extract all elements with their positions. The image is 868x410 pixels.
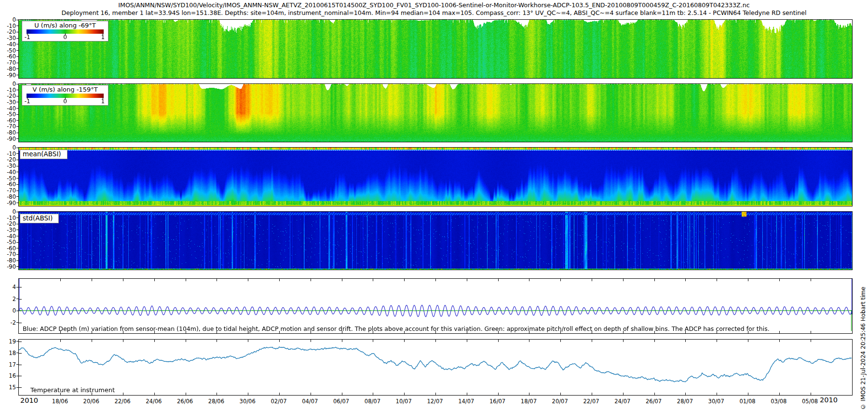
y-tick-mark — [16, 230, 18, 230]
panel-mean-absi: mean(ABSI) 0-10-20-30-40-50-60-70-80-90 — [18, 147, 853, 206]
y-tick-label: -70 — [0, 123, 16, 129]
x-tick-label: 02/07 — [271, 398, 286, 405]
y-tick-label: -20 — [0, 157, 16, 163]
y-tick-mark — [16, 311, 18, 311]
y-tick-label: -70 — [0, 251, 16, 257]
y-tick-mark — [16, 32, 18, 32]
y-tick-mark — [16, 299, 18, 299]
y-tick-mark — [16, 38, 18, 39]
panel-v-velocity: V (m/s) along -159°T -101 0-10-20-30-40-… — [18, 83, 853, 142]
y-tick-label: 0 — [0, 145, 16, 150]
colorbar-tick-mark — [27, 33, 27, 35]
y-tick-mark — [16, 224, 18, 224]
x-tick-label: 06/07 — [333, 398, 349, 405]
y-tick-mark — [16, 242, 18, 243]
x-tick-label: 28/06 — [208, 398, 224, 405]
colorbar-tick-label: 1 — [101, 98, 105, 105]
y-tick-mark — [16, 120, 18, 121]
y-tick-mark — [16, 203, 18, 203]
y-tick-label: -60 — [0, 181, 16, 187]
x-tick-label: 20/07 — [552, 398, 568, 405]
y-tick-mark — [16, 196, 18, 197]
y-tick-mark — [16, 96, 18, 96]
y-tick-mark — [16, 322, 18, 323]
y-tick-label: -40 — [0, 169, 16, 175]
y-tick-mark — [16, 68, 18, 69]
y-tick-label: 0 — [0, 81, 16, 87]
y-tick-label: 4 — [0, 284, 16, 290]
colorbar-tick-mark — [103, 97, 103, 99]
y-tick-mark — [16, 75, 18, 75]
v-colorbar-legend: V (m/s) along -159°T -101 — [22, 85, 108, 106]
y-tick-label: 0 — [0, 17, 16, 23]
y-tick-label: -10 — [0, 23, 16, 29]
y-tick-mark — [16, 56, 18, 57]
y-tick-mark — [16, 90, 18, 90]
x-tick-label: 10/07 — [396, 398, 412, 405]
y-tick-mark — [16, 376, 18, 376]
u-velocity-heatmap-canvas — [19, 20, 852, 78]
y-tick-label: -80 — [0, 130, 16, 136]
y-tick-mark — [16, 160, 18, 160]
colorbar-tick-mark — [65, 33, 66, 35]
y-tick-mark — [16, 260, 18, 261]
colorbar-tick-label: 0 — [63, 34, 67, 41]
std-absi-heatmap-canvas — [19, 212, 852, 270]
y-tick-label: -60 — [0, 54, 16, 59]
colorbar-tick-label: -1 — [25, 98, 30, 105]
y-tick-label: 17 — [0, 362, 16, 368]
y-tick-mark — [16, 166, 18, 166]
y-tick-label: 18 — [0, 350, 16, 356]
y-tick-label: 19 — [0, 339, 16, 344]
x-axis-date-labels: 18/0620/0622/0624/0626/0628/0630/0602/07… — [18, 397, 853, 406]
y-tick-label: -10 — [0, 87, 16, 93]
v-colorbar-ticks: -101 — [22, 98, 108, 105]
figure-title-line1: IMOS/ANMN/NSW/SYD100/Velocity/IMOS_ANMN-… — [0, 1, 868, 9]
mean-absi-heatmap-canvas — [19, 148, 852, 206]
y-tick-label: -20 — [0, 29, 16, 35]
panel-depth-variation: Blue: ADCP Depth (m) variation from sens… — [18, 278, 853, 334]
x-tick-label: 12/07 — [427, 398, 443, 405]
y-tick-mark — [16, 153, 18, 154]
x-tick-label: 24/07 — [614, 398, 630, 405]
v-velocity-heatmap-canvas — [19, 84, 852, 142]
temperature-line-canvas — [19, 340, 852, 395]
y-tick-label: 16 — [0, 373, 16, 379]
y-tick-label: 2 — [0, 296, 16, 302]
y-tick-label: -2 — [0, 320, 16, 326]
x-tick-label: 26/07 — [646, 398, 662, 405]
y-tick-label: -50 — [0, 239, 16, 245]
y-tick-mark — [16, 20, 18, 20]
y-tick-mark — [16, 126, 18, 127]
y-tick-mark — [16, 133, 18, 133]
y-tick-label: -30 — [0, 163, 16, 169]
y-tick-mark — [16, 353, 18, 353]
figure-title-line2: Deployment 16, member 1 lat=33.94S lon=1… — [0, 9, 868, 16]
x-tick-label: 24/06 — [146, 398, 162, 405]
mean-absi-label: mean(ABSI) — [20, 150, 68, 159]
y-tick-mark — [16, 102, 18, 102]
y-tick-label: -40 — [0, 41, 16, 47]
x-tick-label: 28/07 — [677, 398, 693, 405]
x-tick-label: 16/07 — [489, 398, 505, 405]
panel-temperature: Temperature at instrument 1918171615 — [18, 339, 853, 396]
y-tick-label: -10 — [0, 151, 16, 157]
y-tick-label: -80 — [0, 194, 16, 200]
figure-stage: IMOS/ANMN/NSW/SYD100/Velocity/IMOS_ANMN-… — [0, 0, 868, 410]
y-tick-label: 15 — [0, 384, 16, 390]
v-legend-title: V (m/s) along -159°T — [22, 86, 108, 93]
y-tick-mark — [16, 287, 18, 287]
y-tick-label: -20 — [0, 93, 16, 99]
y-tick-mark — [16, 236, 18, 236]
y-tick-label: -80 — [0, 258, 16, 263]
y-tick-label: -10 — [0, 215, 16, 221]
colorbar-tick-label: 0 — [63, 98, 67, 105]
y-tick-mark — [16, 387, 18, 388]
y-tick-mark — [16, 108, 18, 109]
y-tick-label: -70 — [0, 188, 16, 193]
y-tick-mark — [16, 84, 18, 84]
y-tick-label: -90 — [0, 264, 16, 270]
y-tick-label: 0 — [0, 209, 16, 215]
panel-u-velocity: U (m/s) along -69°T -101 0-10-20-30-40-5… — [18, 19, 853, 79]
x-tick-label: 22/06 — [114, 398, 130, 405]
